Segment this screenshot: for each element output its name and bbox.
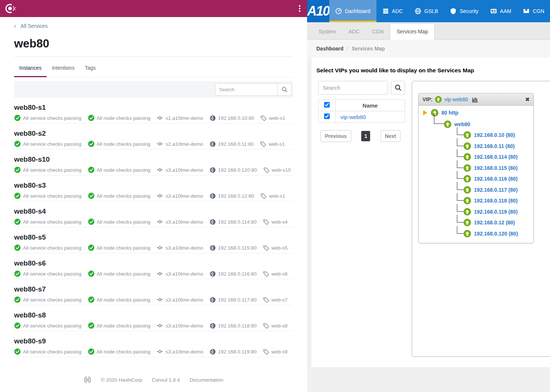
- tree-member-node[interactable]: 192.168.0.114 (80): [464, 153, 518, 161]
- instance-name[interactable]: web80-s1: [14, 103, 293, 112]
- instance-address: 192.168.0.120:80: [210, 167, 257, 173]
- next-button[interactable]: Next: [381, 130, 401, 142]
- tree-member-node[interactable]: 192.168.0.120 (80): [464, 230, 518, 237]
- vip-web80-checkbox[interactable]: [324, 113, 330, 119]
- instance-row[interactable]: web80-s3 All service checks passing All …: [14, 175, 293, 201]
- vip-search-input[interactable]: [318, 81, 388, 95]
- tab-instances[interactable]: Instances: [14, 58, 47, 77]
- node-name[interactable]: s3.a10tme-demo: [157, 348, 203, 355]
- tab-intentions[interactable]: Intentions: [47, 58, 80, 77]
- node-name[interactable]: s3.a10tme-demo: [157, 192, 203, 199]
- instance-row[interactable]: web80-s9 All service checks passing All …: [14, 331, 293, 357]
- instance-name[interactable]: web80-s2: [14, 129, 293, 138]
- search-input[interactable]: [215, 83, 277, 96]
- instance-name[interactable]: web80-s9: [14, 337, 293, 345]
- nav-cgn[interactable]: CGN: [517, 0, 550, 22]
- tree-member-node[interactable]: 192.168.0.119 (80): [464, 208, 518, 215]
- nav-gslb[interactable]: GSLB: [409, 0, 444, 22]
- expander-triangle-icon[interactable]: [423, 110, 427, 115]
- a10-logo[interactable]: A10: [307, 0, 329, 22]
- node-name[interactable]: s3.a10tme-demo: [157, 244, 203, 251]
- check-circle-icon: [14, 244, 21, 251]
- vip-name-link[interactable]: vip-web80: [444, 96, 468, 102]
- tree-member-node[interactable]: 192.168.0.12 (80): [464, 219, 515, 226]
- node-checks: All node checks passing: [88, 141, 151, 147]
- consul-logo-icon[interactable]: [4, 3, 16, 14]
- node-icon: [157, 348, 163, 355]
- instance-row[interactable]: web80-s5 All service checks passing All …: [14, 227, 293, 253]
- check-circle-icon: [88, 244, 95, 251]
- instance-address: 192.168.0.118:80: [210, 323, 257, 329]
- instance-address: 192.168.0.12:80: [210, 193, 254, 199]
- check-circle-icon: [14, 115, 21, 121]
- node-name[interactable]: s3.a10tme-demo: [157, 167, 203, 173]
- footer-documentation-link[interactable]: Documentation: [190, 377, 223, 383]
- instance-name[interactable]: web80-s10: [14, 155, 293, 164]
- nav-adc[interactable]: ADC: [376, 0, 409, 22]
- tree-connector: [457, 193, 464, 201]
- node-icon: [157, 270, 163, 277]
- subtab-cgn[interactable]: CGN: [366, 24, 390, 39]
- breadcrumb-label[interactable]: All Services: [20, 23, 47, 29]
- subtab-system[interactable]: System: [312, 24, 342, 39]
- node-checks: All node checks passing: [88, 192, 151, 199]
- node-icon: [157, 167, 163, 173]
- instance-name[interactable]: web80-s8: [14, 311, 293, 319]
- ip-globe-icon: [210, 245, 216, 251]
- nav-security[interactable]: Security: [444, 0, 484, 22]
- tree-member-node[interactable]: 192.168.0.117 (80): [464, 186, 518, 194]
- node-checks: All node checks passing: [88, 115, 151, 121]
- current-page-badge[interactable]: 1: [361, 131, 370, 141]
- nav-dashboard[interactable]: Dashboard: [329, 0, 376, 22]
- instance-name[interactable]: web80-s4: [14, 207, 293, 215]
- tree-service-node[interactable]: web80: [444, 121, 470, 128]
- vip-status-up-icon: [435, 96, 442, 103]
- chart-icon[interactable]: [472, 96, 478, 103]
- breadcrumb[interactable]: ‹ All Services: [14, 23, 293, 29]
- service-checks: All service checks passing: [14, 141, 82, 147]
- check-circle-icon: [88, 348, 95, 355]
- previous-button[interactable]: Previous: [320, 130, 351, 142]
- nav-aam[interactable]: AAM: [484, 0, 517, 22]
- instance-row[interactable]: web80-s2 All service checks passing All …: [14, 123, 293, 149]
- shield-icon: [450, 8, 457, 14]
- instance-row[interactable]: web80-s8 All service checks passing All …: [14, 305, 293, 331]
- close-icon[interactable]: ✖: [525, 96, 530, 102]
- status-up-icon: [464, 208, 471, 215]
- tree-member-node[interactable]: 192.168.0.118 (80): [464, 197, 518, 204]
- select-all-checkbox[interactable]: [324, 102, 330, 108]
- instance-name[interactable]: web80-s5: [14, 233, 293, 241]
- tree-member-node[interactable]: 192.168.0.10 (80): [464, 131, 515, 139]
- node-icon: [157, 141, 163, 147]
- instance-name[interactable]: web80-s7: [14, 285, 293, 293]
- vip-link[interactable]: vip-web80: [336, 111, 405, 123]
- vip-search-button[interactable]: [391, 81, 405, 95]
- node-name[interactable]: s3.a10tme-demo: [157, 218, 203, 225]
- instance-row[interactable]: web80-s7 All service checks passing All …: [14, 279, 293, 305]
- node-name[interactable]: s3.a10tme-demo: [157, 296, 203, 303]
- instance-name[interactable]: web80-s6: [14, 259, 293, 267]
- instance-row[interactable]: web80-s10 All service checks passing All…: [14, 149, 293, 175]
- tree-member-node[interactable]: 192.168.0.11 (80): [464, 142, 515, 150]
- tree-connector: [457, 204, 464, 212]
- node-name[interactable]: s1.a10tme-demo: [157, 115, 203, 121]
- instance-name[interactable]: web80-s3: [14, 181, 293, 190]
- instance-row[interactable]: web80-s6 All service checks passing All …: [14, 253, 293, 279]
- breadcrumb-section[interactable]: Dashboard: [316, 46, 343, 52]
- node-name[interactable]: s3.a10tme-demo: [157, 322, 203, 329]
- search-button[interactable]: [277, 83, 292, 96]
- check-circle-icon: [88, 296, 95, 303]
- split-screen: ‹ All Services web80 Instances Intention…: [0, 0, 550, 392]
- subtab-adc[interactable]: ADC: [342, 24, 366, 39]
- kebab-menu-icon[interactable]: [297, 4, 303, 13]
- node-name[interactable]: s2.a10tme-demo: [157, 141, 203, 147]
- tree-member-node[interactable]: 192.168.0.116 (80): [464, 175, 518, 182]
- instance-row[interactable]: web80-s1 All service checks passing All …: [14, 98, 293, 123]
- tab-tags[interactable]: Tags: [80, 58, 101, 77]
- node-checks: All node checks passing: [88, 296, 151, 303]
- node-name[interactable]: s3.a10tme-demo: [157, 270, 203, 277]
- tree-member-node[interactable]: 192.168.0.115 (80): [464, 164, 518, 172]
- instance-row[interactable]: web80-s4 All service checks passing All …: [14, 201, 293, 227]
- subtab-services-map[interactable]: Services Map: [390, 23, 435, 40]
- ip-globe-icon: [210, 271, 216, 277]
